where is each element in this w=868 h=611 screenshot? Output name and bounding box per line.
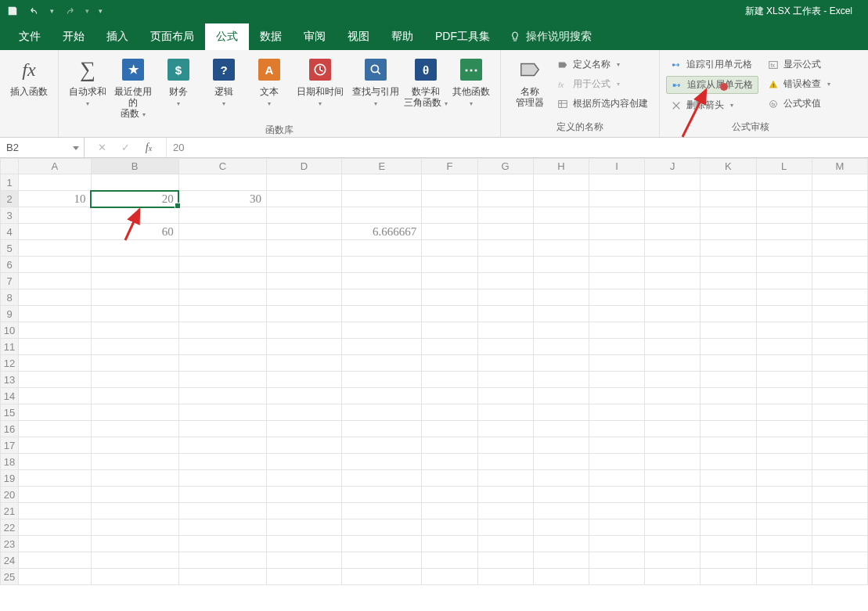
- cell-M7[interactable]: [812, 273, 867, 289]
- cell-L19[interactable]: [756, 470, 812, 487]
- cell-H11[interactable]: [533, 339, 589, 355]
- tab-home[interactable]: 开始: [52, 23, 95, 50]
- cell-L10[interactable]: [756, 322, 812, 339]
- remove-arrows-button[interactable]: 删除箭头▾: [666, 97, 758, 113]
- tab-data[interactable]: 数据: [249, 23, 293, 50]
- cell-L17[interactable]: [756, 437, 812, 454]
- cell-I18[interactable]: [589, 454, 644, 470]
- cell-K4[interactable]: [701, 224, 756, 240]
- cell-A17[interactable]: [19, 437, 91, 454]
- undo-dropdown-icon[interactable]: ▾: [50, 7, 54, 15]
- cell-K1[interactable]: [701, 174, 756, 191]
- cell-I5[interactable]: [589, 240, 644, 257]
- cell-C16[interactable]: [178, 421, 266, 437]
- cell-G17[interactable]: [477, 437, 533, 454]
- create-from-selection-button[interactable]: 根据所选内容创建: [553, 95, 653, 112]
- cell-D2[interactable]: [266, 191, 341, 207]
- cell-G8[interactable]: [477, 289, 533, 306]
- cell-L12[interactable]: [756, 355, 812, 372]
- cell-B25[interactable]: [91, 569, 178, 585]
- cell-F2[interactable]: [422, 191, 477, 207]
- cell-E8[interactable]: [342, 289, 422, 306]
- cell-E25[interactable]: [342, 569, 422, 585]
- cell-D15[interactable]: [266, 404, 341, 421]
- cell-H25[interactable]: [533, 569, 589, 585]
- cell-I13[interactable]: [589, 372, 644, 388]
- cell-A6[interactable]: [19, 257, 91, 273]
- row-header-8[interactable]: 8: [1, 289, 19, 306]
- cell-J16[interactable]: [645, 421, 701, 437]
- cell-I16[interactable]: [589, 421, 644, 437]
- cell-D21[interactable]: [266, 503, 341, 519]
- row-header-4[interactable]: 4: [1, 224, 19, 240]
- column-header-M[interactable]: M: [812, 159, 867, 174]
- cell-B15[interactable]: [91, 404, 178, 421]
- cell-J15[interactable]: [645, 404, 701, 421]
- cell-I3[interactable]: [589, 207, 644, 224]
- cell-J13[interactable]: [645, 372, 701, 388]
- trace-precedents-button[interactable]: 追踪引用单元格: [666, 56, 758, 73]
- cell-A5[interactable]: [19, 240, 91, 257]
- cell-E13[interactable]: [342, 372, 422, 388]
- row-header-14[interactable]: 14: [1, 388, 19, 404]
- row-header-22[interactable]: 22: [1, 519, 19, 536]
- cell-F20[interactable]: [422, 487, 477, 503]
- cell-I25[interactable]: [589, 569, 644, 585]
- row-header-3[interactable]: 3: [1, 207, 19, 224]
- cell-K12[interactable]: [701, 355, 756, 372]
- cell-H5[interactable]: [533, 240, 589, 257]
- cell-K22[interactable]: [701, 519, 756, 536]
- cell-I23[interactable]: [589, 536, 644, 552]
- cell-J24[interactable]: [645, 552, 701, 569]
- cell-K19[interactable]: [701, 470, 756, 487]
- cell-J18[interactable]: [645, 454, 701, 470]
- column-header-G[interactable]: G: [477, 159, 533, 174]
- cell-M16[interactable]: [812, 421, 867, 437]
- undo-icon[interactable]: [28, 5, 41, 17]
- cell-I22[interactable]: [589, 519, 644, 536]
- cell-D20[interactable]: [266, 487, 341, 503]
- cell-H7[interactable]: [533, 273, 589, 289]
- cell-I1[interactable]: [589, 174, 644, 191]
- cell-G22[interactable]: [477, 519, 533, 536]
- cell-F11[interactable]: [422, 339, 477, 355]
- cell-I8[interactable]: [589, 289, 644, 306]
- evaluate-formula-button[interactable]: fx 公式求值: [763, 95, 835, 112]
- cell-M13[interactable]: [812, 372, 867, 388]
- cell-C11[interactable]: [178, 339, 266, 355]
- cell-F25[interactable]: [422, 569, 477, 585]
- datetime-button[interactable]: 日期和时间▾: [292, 53, 348, 110]
- cell-M10[interactable]: [812, 322, 867, 339]
- cell-K13[interactable]: [701, 372, 756, 388]
- cell-E10[interactable]: [342, 322, 422, 339]
- cell-C4[interactable]: [178, 224, 266, 240]
- cell-A25[interactable]: [19, 569, 91, 585]
- cell-E3[interactable]: [342, 207, 422, 224]
- cell-I21[interactable]: [589, 503, 644, 519]
- cancel-formula-icon[interactable]: ✕: [95, 142, 108, 153]
- row-header-15[interactable]: 15: [1, 404, 19, 421]
- cell-A8[interactable]: [19, 289, 91, 306]
- cell-K6[interactable]: [701, 257, 756, 273]
- cell-M11[interactable]: [812, 339, 867, 355]
- cell-F17[interactable]: [422, 437, 477, 454]
- lookup-button[interactable]: 查找与引用▾: [348, 53, 403, 110]
- save-icon[interactable]: [6, 5, 19, 17]
- cell-A12[interactable]: [19, 355, 91, 372]
- cell-J6[interactable]: [645, 257, 701, 273]
- cell-C23[interactable]: [178, 536, 266, 552]
- cell-I15[interactable]: [589, 404, 644, 421]
- row-header-16[interactable]: 16: [1, 421, 19, 437]
- cell-M14[interactable]: [812, 388, 867, 404]
- cell-E16[interactable]: [342, 421, 422, 437]
- tab-insert[interactable]: 插入: [95, 23, 139, 50]
- cell-L6[interactable]: [756, 257, 812, 273]
- cell-C15[interactable]: [178, 404, 266, 421]
- cell-A16[interactable]: [19, 421, 91, 437]
- cell-H23[interactable]: [533, 536, 589, 552]
- cell-C22[interactable]: [178, 519, 266, 536]
- row-header-17[interactable]: 17: [1, 437, 19, 454]
- cell-M5[interactable]: [812, 240, 867, 257]
- cell-G12[interactable]: [477, 355, 533, 372]
- row-header-12[interactable]: 12: [1, 355, 19, 372]
